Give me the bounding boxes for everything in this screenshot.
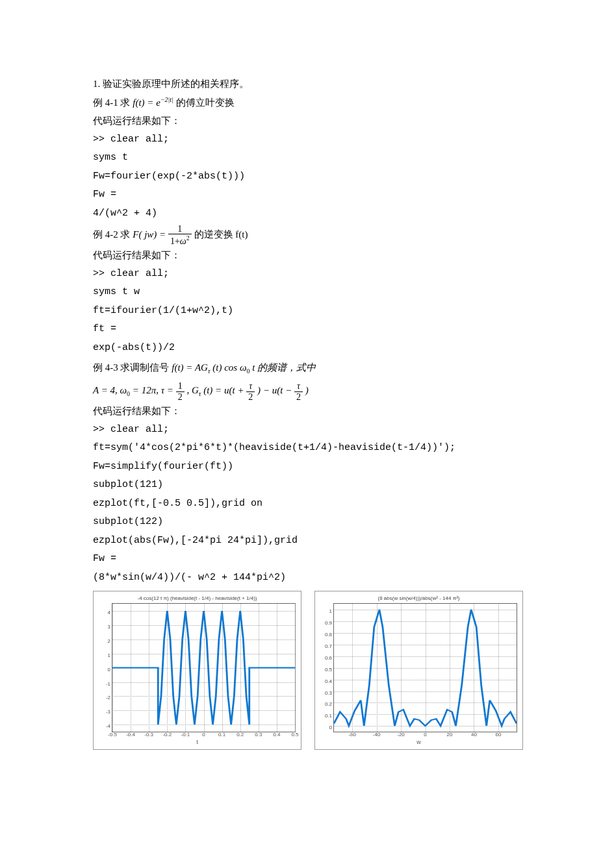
math-t-spectrum: t 的频谱，式中: [252, 362, 316, 373]
data-series: [334, 610, 517, 726]
code-line: (8*w*sin(w/4))/(- w^2 + 144*pi^2): [93, 569, 523, 588]
code-line: >> clear all;: [93, 265, 523, 284]
fraction: 1 1+ω2: [168, 224, 192, 246]
code-line: subplot(121): [93, 476, 523, 495]
data-series: [112, 611, 295, 725]
example-4-2-statement: 例 4-2 求 F( jw) = 1 1+ω2 的逆变换 f(t): [93, 224, 523, 246]
math-sub0: 0: [247, 367, 250, 375]
code-line: ft=ifourier(1/(1+w^2),t): [93, 302, 523, 321]
chart-frequency-domain: (8 abs(w sin(w/4)))/abs(w² - 144 π²) -60…: [314, 591, 523, 750]
result-label: 代码运行结果如下：: [93, 246, 523, 265]
code-line: Fw=fourier(exp(-2*abs(t))): [93, 167, 523, 186]
frac-den: 2: [294, 392, 303, 402]
math-sub-tau: τ: [208, 367, 211, 375]
result-label: 代码运行结果如下：: [93, 402, 523, 421]
plot-area: -60-40-20020406000.10.20.30.40.50.60.70.…: [333, 603, 517, 732]
document-page: 1. 验证实验原理中所述的相关程序。 例 4-1 求 f(t) = e−2|t|…: [0, 0, 614, 782]
chart-title: (8 abs(w sin(w/4)))/abs(w² - 144 π²): [315, 591, 522, 603]
code-line: >> clear all;: [93, 421, 523, 440]
fraction: 1 2: [176, 381, 185, 402]
example-4-3-statement: 例 4-3 求调制信号 f(t) = AGτ (t) cos ω0 t 的频谱，…: [93, 358, 523, 377]
curve-svg: [112, 604, 295, 732]
math-ft: f(t): [133, 97, 144, 108]
example-4-1-statement: 例 4-1 求 f(t) = e−2|t| 的傅立叶变换: [93, 93, 523, 112]
code-line: ezplot(ft,[-0.5 0.5]),grid on: [93, 495, 523, 514]
suffix-text: 的逆变换 f(t): [194, 229, 248, 240]
den-a: 1+: [170, 236, 180, 246]
suffix-text: 的傅立叶变换: [176, 97, 235, 108]
code-line: exp(-abs(t))/2: [93, 339, 523, 358]
param-omega: ω: [120, 386, 127, 396]
code-line: 4/(w^2 + 4): [93, 205, 523, 223]
math-e: e: [156, 97, 160, 108]
param-omega-sub: 0: [127, 391, 130, 398]
charts-row: -4 cos(12 t π) (heaviside(t - 1/4) - hea…: [93, 591, 523, 750]
math-omega: ω: [240, 362, 247, 373]
code-line: Fw=simplify(fourier(ft)): [93, 458, 523, 477]
math-exp: −2|t|: [160, 96, 173, 103]
frac-den: 2: [176, 392, 185, 402]
param-tau: τ =: [161, 386, 176, 396]
fraction: τ 2: [246, 381, 255, 402]
frac-num: 1: [176, 381, 185, 391]
section-heading: 1. 验证实验原理中所述的相关程序。: [93, 75, 523, 93]
frac-num: τ: [294, 381, 303, 391]
frac-num: τ: [246, 381, 255, 391]
frac-den: 1+ω2: [168, 234, 192, 246]
math-eq: =: [147, 97, 156, 108]
param-G: G: [192, 386, 199, 396]
chart-title: -4 cos(12 t π) (heaviside(t - 1/4) - hea…: [94, 591, 301, 603]
code-line: Fw =: [93, 550, 523, 569]
param-mid: ) − u(t −: [257, 386, 294, 396]
param-A: A = 4,: [93, 386, 120, 396]
prefix-text: 例 4-2 求: [93, 229, 131, 240]
math-eq: =: [159, 229, 168, 240]
x-axis-label: w: [315, 737, 522, 748]
frac-num: 1: [168, 224, 192, 234]
code-line: ft =: [93, 320, 523, 339]
param-end: ): [305, 386, 309, 396]
code-line: syms t w: [93, 283, 523, 302]
code-line: Fw =: [93, 186, 523, 205]
plot-area: -0.5-0.4-0.3-0.2-0.100.10.20.30.40.5-4-3…: [112, 603, 296, 732]
den-exp: 2: [186, 234, 190, 242]
math-Fjw: F( jw): [133, 229, 157, 240]
code-line: >> clear all;: [93, 130, 523, 149]
fraction: τ 2: [294, 381, 303, 402]
param-G-sub: τ: [199, 391, 201, 398]
curve-svg: [334, 604, 517, 732]
math-cos: (t) cos: [212, 362, 237, 373]
math-ft: f(t) = AG: [172, 362, 208, 373]
param-omega-val: = 12π,: [133, 386, 161, 396]
code-line: subplot(122): [93, 513, 523, 532]
code-line: syms t: [93, 149, 523, 167]
param-sep: ,: [187, 386, 192, 396]
chart-time-domain: -4 cos(12 t π) (heaviside(t - 1/4) - hea…: [93, 591, 301, 750]
code-line: ezplot(abs(Fw),[-24*pi 24*pi]),grid: [93, 532, 523, 551]
example-4-3-params: A = 4, ω0 = 12π, τ = 1 2 , Gτ (t) = u(t …: [93, 381, 523, 402]
prefix-text: 例 4-1 求: [93, 97, 131, 108]
param-G-arg: (t) = u(t +: [203, 386, 246, 396]
prefix-text: 例 4-3 求调制信号: [93, 362, 172, 373]
den-omega: ω: [180, 236, 186, 246]
frac-den: 2: [246, 392, 255, 402]
x-axis-label: t: [94, 737, 301, 748]
code-line: ft=sym('4*cos(2*pi*6*t)*(heaviside(t+1/4…: [93, 439, 523, 458]
result-label: 代码运行结果如下：: [93, 112, 523, 130]
